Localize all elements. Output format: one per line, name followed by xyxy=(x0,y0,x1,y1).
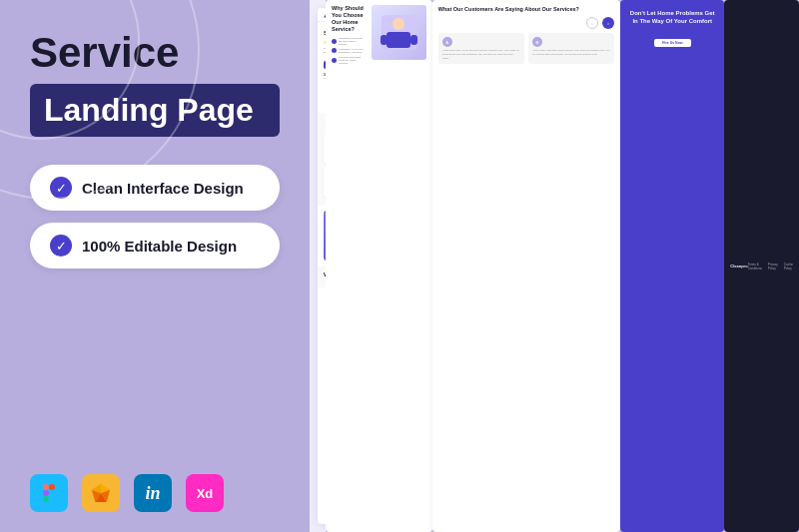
tool-icons-row: in Xd xyxy=(30,474,280,512)
svg-rect-33 xyxy=(410,35,417,45)
why-image xyxy=(372,5,426,60)
svg-rect-4 xyxy=(43,496,49,502)
testimonials-section: What Our Customers Are Saying About Our … xyxy=(432,0,620,532)
sketch-icon xyxy=(82,474,120,512)
svg-rect-3 xyxy=(49,490,55,496)
why-col-text: Why Should You Choose Our Home Service? … xyxy=(332,5,366,65)
right-panel: Cleanpro Services About Us FAQ Testimoni… xyxy=(310,0,326,532)
why-check-3: The most affordable prices for home serv… xyxy=(332,56,366,65)
service-card-elec2: Electrical Installation AC Does Offer AC… xyxy=(324,167,326,196)
linkedin-icon: in xyxy=(134,474,172,512)
why-image-row: Why Should You Choose Our Home Service? … xyxy=(332,5,426,65)
webpage-hero: Save Time And Cost With Our Affordable H… xyxy=(318,22,326,113)
left-top-content: Service Landing Page ✓ Clean Interface D… xyxy=(30,30,280,280)
services-cards-bottom: Electrical Installation AC Does Offer AC… xyxy=(324,167,326,196)
testimonial-text-2: I was Happy With their home service. The… xyxy=(532,49,610,57)
footer-link-terms[interactable]: Terms & Conditions xyxy=(748,263,762,270)
testimonials-cards: A I have tried many of the services that… xyxy=(438,33,614,64)
landing-page-label: Landing Page xyxy=(30,84,280,137)
why-check-2: Availability Of 24-Hour Emergency Servic… xyxy=(332,48,366,54)
why-check-dot-1 xyxy=(332,39,337,44)
logo-triangle xyxy=(324,12,326,18)
reliable-row: Reliable And Professional Home Service W… xyxy=(324,211,326,261)
check-icon-1: ✓ xyxy=(50,177,72,199)
service-title: Service xyxy=(30,30,280,76)
footer-link-privacy[interactable]: Privacy Policy xyxy=(768,263,778,270)
cta-banner-button[interactable]: Hire Us Now xyxy=(654,39,691,47)
webpage-preview-main: Cleanpro Services About Us FAQ Testimoni… xyxy=(318,8,326,524)
service-card-ac-repair: AC Repair AC Does Offer AC Repairing, Or… xyxy=(324,135,326,164)
why-check-dot-3 xyxy=(332,58,337,63)
why-title-main: Why Should You Choose Our Home Service? xyxy=(324,271,326,279)
svg-rect-1 xyxy=(49,484,55,490)
why-section-with-image: Why Should You Choose Our Home Service? … xyxy=(326,0,432,532)
footer-links: Terms & Conditions Privacy Policy Cookie… xyxy=(748,263,793,270)
why-section-main: Why Should You Choose Our Home Service? xyxy=(318,266,326,288)
webpage-nav: Cleanpro Services About Us FAQ Testimoni… xyxy=(318,8,326,22)
stat-customers: 130K+ Customers xyxy=(324,73,326,80)
feature-badge-editable: ✓ 100% Editable Design xyxy=(30,223,280,268)
cta-banner-title: Don't Let Home Problems Get In The Way O… xyxy=(628,10,716,26)
services-section: The Services We Offer Especially For You… xyxy=(318,113,326,206)
figma-icon xyxy=(30,474,68,512)
cta-banner: Don't Let Home Problems Get In The Way O… xyxy=(620,0,724,532)
feature-badge-clean: ✓ Clean Interface Design xyxy=(30,165,280,211)
svg-rect-2 xyxy=(43,490,49,496)
svg-rect-0 xyxy=(43,484,49,490)
why-check-dot-2 xyxy=(332,48,337,53)
hero-title: Save Time And Cost With Our Affordable H… xyxy=(324,30,326,38)
feature-text-clean: Clean Interface Design xyxy=(82,180,244,197)
hero-badge-professional: ⭐ Professional xyxy=(324,41,326,45)
svg-point-30 xyxy=(393,18,404,30)
reliable-image xyxy=(324,211,326,261)
services-subtitle: At Your Door We Provide A Comfortable Se… xyxy=(324,127,326,130)
services-title: The Services We Offer Especially For You xyxy=(324,119,326,125)
xd-icon: Xd xyxy=(186,474,224,512)
feature-text-editable: 100% Editable Design xyxy=(82,238,237,255)
why-check-items: Committed to offering the best level of … xyxy=(332,37,366,65)
testimonial-avatar-2: B xyxy=(532,37,542,47)
svg-rect-31 xyxy=(387,32,410,48)
hero-cta-button[interactable]: Our Service xyxy=(324,61,326,69)
reliable-section: Reliable And Professional Home Service W… xyxy=(318,206,326,266)
hero-desc: Lorem ipsum dolor sit amet consectetur a… xyxy=(324,47,326,54)
testimonials-nav: ‹ › xyxy=(438,17,614,29)
testimonials-title: What Our Customers Are Saying About Our … xyxy=(438,6,614,13)
svg-rect-32 xyxy=(381,35,388,45)
webpage-logo: Cleanpro xyxy=(324,12,326,18)
footer-logo: Cleanpro xyxy=(730,264,747,268)
webpage-footer: Cleanpro Terms & Conditions Privacy Poli… xyxy=(724,0,799,532)
check-icon-2: ✓ xyxy=(50,235,72,257)
testimonial-card-1: A I have tried many of the services that… xyxy=(438,33,524,64)
hero-text-content: Save Time And Cost With Our Affordable H… xyxy=(324,30,326,105)
why-image-title: Why Should You Choose Our Home Service? xyxy=(332,5,366,34)
testimonial-prev-button[interactable]: ‹ xyxy=(586,17,598,29)
testimonial-next-button[interactable]: › xyxy=(602,17,614,29)
testimonial-text-1: I have tried many of the services that t… xyxy=(442,49,520,60)
testimonial-avatar-1: A xyxy=(442,37,452,47)
left-panel: Service Landing Page ✓ Clean Interface D… xyxy=(0,0,310,532)
testimonial-card-2: B I was Happy With their home service. T… xyxy=(528,33,614,64)
hero-stats: 130K+ Customers 50K+ Projects 100+ Worke… xyxy=(324,73,326,80)
why-check-1: Committed to offering the best level of … xyxy=(332,37,366,46)
footer-link-cookie[interactable]: Cookie Policy xyxy=(784,263,793,270)
services-cards-top: AC Repair AC Does Offer AC Repairing, Or… xyxy=(324,135,326,164)
